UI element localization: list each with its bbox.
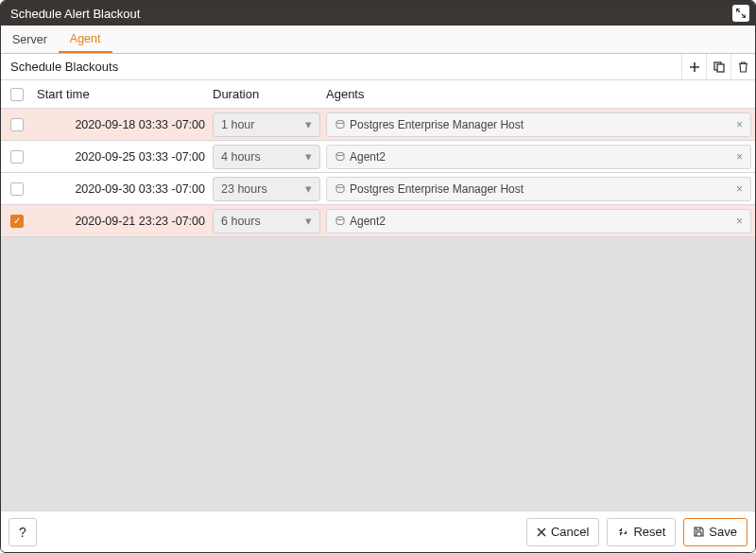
- recycle-icon: [617, 527, 628, 538]
- grid-toolbar: [681, 54, 755, 80]
- row-checkbox[interactable]: [10, 150, 24, 164]
- row-checkbox-cell: [1, 118, 33, 131]
- row-checkbox[interactable]: [10, 118, 24, 131]
- grid-header: Schedule Blackouts: [1, 54, 755, 80]
- chevron-down-icon: ▾: [305, 214, 312, 228]
- copy-icon: [713, 61, 725, 73]
- agent-tag-label: Postgres Enterprise Manager Host: [350, 182, 524, 196]
- grid-area: Schedule Blackouts Start time Duration A…: [1, 54, 755, 510]
- tabs: Server Agent: [1, 26, 755, 54]
- select-all-checkbox[interactable]: [10, 88, 24, 101]
- remove-agent-button[interactable]: ×: [734, 118, 745, 131]
- agents-input[interactable]: Postgres Enterprise Manager Host ×: [326, 112, 751, 137]
- duration-value: 4 hours: [221, 150, 261, 164]
- schedule-alert-blackout-dialog: Schedule Alert Blackout Server Agent Sch…: [0, 0, 756, 553]
- grid-filler: [1, 237, 755, 510]
- duration-value: 23 hours: [221, 182, 267, 196]
- table-row: 2020-09-18 03:33 -07:00 1 hour ▾ Postgre…: [1, 109, 755, 141]
- rows: 2020-09-18 03:33 -07:00 1 hour ▾ Postgre…: [1, 109, 755, 237]
- svg-point-3: [336, 152, 344, 155]
- help-icon: ?: [19, 525, 26, 540]
- save-icon: [694, 527, 704, 537]
- duration-cell: 23 hours ▾: [213, 177, 326, 201]
- header-checkbox-cell: [1, 88, 33, 101]
- svg-point-2: [336, 120, 344, 123]
- agent-tag-label: Agent2: [350, 150, 386, 164]
- remove-agent-button[interactable]: ×: [734, 182, 745, 196]
- start-time-cell[interactable]: 2020-09-25 03:33 -07:00: [33, 150, 213, 164]
- remove-agent-button[interactable]: ×: [734, 215, 745, 228]
- remove-agent-button[interactable]: ×: [734, 150, 745, 164]
- help-button[interactable]: ?: [9, 518, 37, 546]
- plus-icon: [689, 61, 700, 73]
- agent-icon: [335, 183, 346, 195]
- agents-input[interactable]: Postgres Enterprise Manager Host ×: [326, 177, 751, 201]
- close-icon: [537, 527, 546, 537]
- agent-tag: Agent2: [333, 149, 387, 164]
- row-checkbox[interactable]: ✓: [10, 215, 24, 228]
- agent-tag-label: Postgres Enterprise Manager Host: [350, 118, 524, 131]
- start-time-cell[interactable]: 2020-09-21 23:23 -07:00: [33, 215, 213, 228]
- row-checkbox-cell: [1, 150, 33, 164]
- column-headers: Start time Duration Agents: [1, 80, 755, 109]
- row-checkbox-cell: ✓: [1, 215, 33, 228]
- duration-select[interactable]: 6 hours ▾: [213, 209, 320, 233]
- dialog-title: Schedule Alert Blackout: [10, 7, 140, 21]
- footer-buttons: Cancel Reset Save: [526, 518, 747, 546]
- grid-header-label: Schedule Blackouts: [1, 60, 681, 74]
- expand-icon: [736, 9, 746, 18]
- save-label: Save: [709, 525, 737, 539]
- cancel-button[interactable]: Cancel: [526, 518, 599, 546]
- agents-input[interactable]: Agent2 ×: [326, 145, 751, 169]
- tab-agent[interactable]: Agent: [59, 26, 112, 53]
- chevron-down-icon: ▾: [305, 181, 312, 196]
- svg-point-4: [336, 184, 344, 187]
- cancel-label: Cancel: [551, 525, 589, 539]
- row-checkbox[interactable]: [10, 182, 24, 196]
- agents-cell: Agent2 ×: [326, 209, 755, 233]
- svg-rect-1: [717, 64, 724, 72]
- chevron-down-icon: ▾: [305, 117, 312, 131]
- agent-tag: Postgres Enterprise Manager Host: [333, 181, 525, 197]
- start-time-cell[interactable]: 2020-09-30 03:33 -07:00: [33, 182, 213, 196]
- duration-select[interactable]: 23 hours ▾: [213, 177, 320, 201]
- agent-tag-label: Agent2: [350, 215, 386, 228]
- agents-cell: Postgres Enterprise Manager Host ×: [326, 112, 755, 137]
- agent-tag: Postgres Enterprise Manager Host: [333, 117, 525, 132]
- column-duration: Duration: [213, 87, 326, 101]
- duration-value: 1 hour: [221, 118, 254, 131]
- save-button[interactable]: Save: [683, 518, 747, 546]
- chevron-down-icon: ▾: [305, 149, 312, 164]
- start-time-cell[interactable]: 2020-09-18 03:33 -07:00: [33, 118, 213, 131]
- table-row: 2020-09-25 03:33 -07:00 4 hours ▾ Agent2: [1, 141, 755, 173]
- add-button[interactable]: [681, 54, 706, 80]
- reset-button[interactable]: Reset: [607, 518, 676, 546]
- duration-select[interactable]: 4 hours ▾: [213, 145, 320, 169]
- agent-icon: [335, 216, 346, 227]
- column-start-time: Start time: [33, 87, 213, 101]
- tab-server[interactable]: Server: [1, 26, 59, 53]
- agents-cell: Postgres Enterprise Manager Host ×: [326, 177, 755, 201]
- duration-value: 6 hours: [221, 215, 261, 228]
- agent-icon: [335, 119, 346, 130]
- delete-button[interactable]: [730, 54, 755, 80]
- agents-input[interactable]: Agent2 ×: [326, 209, 751, 233]
- row-checkbox-cell: [1, 182, 33, 196]
- expand-button[interactable]: [732, 5, 749, 22]
- duration-cell: 4 hours ▾: [213, 145, 326, 169]
- copy-button[interactable]: [706, 54, 730, 80]
- duration-select[interactable]: 1 hour ▾: [213, 112, 320, 137]
- duration-cell: 6 hours ▾: [213, 209, 326, 233]
- duration-cell: 1 hour ▾: [213, 112, 326, 137]
- column-agents: Agents: [326, 87, 755, 101]
- agent-icon: [335, 151, 346, 163]
- trash-icon: [738, 61, 748, 73]
- agent-tag: Agent2: [333, 214, 387, 229]
- footer: ? Cancel Reset Save: [1, 510, 755, 552]
- svg-point-5: [336, 216, 344, 219]
- titlebar: Schedule Alert Blackout: [1, 1, 755, 26]
- table-row: 2020-09-30 03:33 -07:00 23 hours ▾ Postg…: [1, 173, 755, 205]
- table-row: ✓ 2020-09-21 23:23 -07:00 6 hours ▾: [1, 205, 755, 237]
- agents-cell: Agent2 ×: [326, 145, 755, 169]
- reset-label: Reset: [633, 525, 665, 539]
